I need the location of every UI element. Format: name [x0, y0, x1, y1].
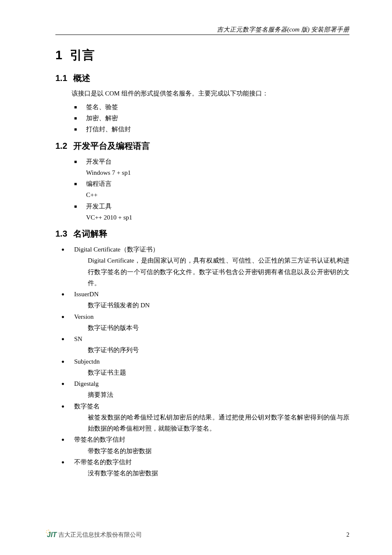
term-desc: 摘要算法: [88, 389, 349, 400]
term-desc: 数字证书的版本号: [88, 322, 349, 333]
item-value: Windows 7 + sp1: [86, 167, 349, 178]
term-item: IssuerDN 数字证书颁发者的 DN: [60, 289, 349, 311]
page-number: 2: [346, 532, 349, 538]
list-item: 打信封、解信封: [72, 124, 349, 135]
term-desc: 没有数字签名的加密数据: [88, 468, 349, 479]
document-page: 吉大正元数字签名服务器(com 版) 安装部署手册 1引言 1.1概述 该接口是…: [0, 0, 392, 500]
term-item: Digestalg 摘要算法: [60, 378, 349, 401]
h2-title: 开发平台及编程语言: [73, 141, 150, 150]
term-desc: 数字证书的序列号: [88, 344, 349, 356]
overview-list: 签名、验签 加密、解密 打信封、解信封: [72, 101, 349, 135]
company-logo-icon: JIT: [47, 531, 57, 539]
term-name: Digestalg: [74, 380, 99, 387]
company-name: 吉大正元信息技术股份有限公司: [58, 531, 142, 539]
term-name: 不带签名的数字信封: [74, 459, 132, 465]
platform-list: 开发平台 Windows 7 + sp1 编程语言 C++ 开发工具 VC++ …: [72, 156, 349, 223]
term-desc: 数字证书颁发者的 DN: [88, 300, 349, 311]
term-desc: 数字证书主题: [88, 367, 349, 378]
list-item: 开发工具 VC++ 2010 + sp1: [72, 201, 349, 223]
term-item: 不带签名的数字信封 没有数字签名的加密数据: [60, 457, 349, 479]
term-item: Digital Certificate（数字证书） Digital Certif…: [60, 244, 349, 289]
item-label: 编程语言: [86, 180, 112, 187]
page-header: 吉大正元数字签名服务器(com 版) 安装部署手册: [55, 26, 349, 35]
h2-title: 概述: [73, 73, 90, 83]
heading-1-2: 1.2开发平台及编程语言: [55, 140, 349, 152]
h1-number: 1: [55, 48, 62, 62]
item-value: VC++ 2010 + sp1: [86, 212, 349, 223]
term-name: Version: [74, 313, 94, 320]
list-item: 加密、解密: [72, 113, 349, 124]
term-item: SN 数字证书的序列号: [60, 333, 349, 356]
header-title: 吉大正元数字签名服务器(com 版) 安装部署手册: [217, 26, 349, 33]
term-item: 带签名的数字信封 带数字签名的加密数据: [60, 434, 349, 457]
item-label: 开发工具: [86, 203, 112, 210]
term-desc: 带数字签名的加密数据: [88, 445, 349, 457]
list-item: 编程语言 C++: [72, 178, 349, 201]
terms-list: Digital Certificate（数字证书） Digital Certif…: [60, 244, 349, 479]
list-item: 签名、验签: [72, 101, 349, 113]
term-name: SN: [74, 335, 82, 342]
page-footer: JIT 吉大正元信息技术股份有限公司 2: [47, 531, 349, 539]
term-item: 数字签名 被签发数据的哈希值经过私钥加密后的结果。通过把使用公钥对数字签名解密得…: [60, 401, 349, 434]
item-value: C++: [86, 189, 349, 200]
term-desc: Digital Certificate，是由国家认可的，具有权威性、可信性、公正…: [88, 255, 349, 289]
term-name: 带签名的数字信封: [74, 436, 125, 443]
h2-number: 1.2: [55, 141, 67, 150]
h1-title: 引言: [70, 48, 95, 62]
heading-1-1: 1.1概述: [55, 72, 349, 84]
term-item: Subjectdn 数字证书主题: [60, 356, 349, 379]
h2-number: 1.3: [55, 229, 67, 238]
footer-company: JIT 吉大正元信息技术股份有限公司: [47, 531, 142, 539]
term-name: 数字签名: [74, 403, 100, 410]
term-name: IssuerDN: [74, 291, 99, 298]
heading-1: 1引言: [55, 47, 349, 64]
term-name: Subjectdn: [74, 358, 100, 365]
h2-title: 名词解释: [73, 229, 107, 238]
term-item: Version 数字证书的版本号: [60, 311, 349, 334]
item-label: 开发平台: [86, 158, 112, 165]
overview-intro: 该接口是以 COM 组件的形式提供签名服务。主要完成以下功能接口：: [72, 88, 349, 99]
heading-1-3: 1.3名词解释: [55, 228, 349, 240]
term-name: Digital Certificate（数字证书）: [74, 246, 159, 253]
term-desc: 被签发数据的哈希值经过私钥加密后的结果。通过把使用公钥对数字签名解密得到的值与原…: [88, 412, 349, 434]
h2-number: 1.1: [55, 73, 67, 83]
list-item: 开发平台 Windows 7 + sp1: [72, 156, 349, 179]
